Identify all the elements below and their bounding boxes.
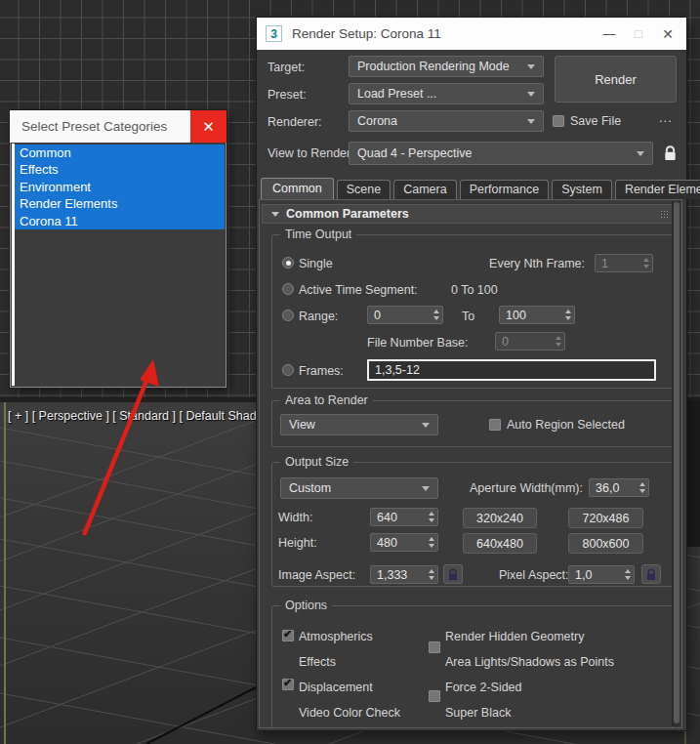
resolution-button-720x486[interactable]: 720x486 [568, 508, 643, 528]
view-to-render-dropdown[interactable]: Quad 4 - Perspective [349, 142, 653, 165]
target-dropdown[interactable]: Production Rendering Mode [349, 56, 544, 77]
every-nth-frame-spinner[interactable]: 1 [595, 254, 653, 272]
view-to-render-label: View to Render: [268, 146, 354, 160]
viewport-lock-button[interactable] [660, 142, 679, 165]
range-to-spinner[interactable]: 100 [499, 306, 575, 324]
pixel-aspect-lock-button[interactable] [641, 564, 661, 584]
output-size-preset-dropdown[interactable]: Custom [280, 477, 438, 499]
every-nth-frame-label: Every Nth Frame: [448, 257, 585, 270]
area-to-render-dropdown[interactable]: View [280, 414, 438, 435]
render-hidden-geometry-checkbox[interactable] [429, 641, 440, 653]
resolution-button-320x240[interactable]: 320x240 [463, 508, 537, 528]
scrollbar-thumb[interactable] [674, 202, 679, 723]
close-icon[interactable]: ✕ [190, 110, 226, 143]
minimize-icon[interactable]: — [595, 18, 624, 50]
image-aspect-lock-button[interactable] [443, 564, 463, 584]
spinner-arrows-icon[interactable] [640, 258, 652, 269]
single-radio[interactable] [282, 257, 294, 269]
spinner-arrows-icon[interactable] [637, 482, 648, 493]
save-file-checkbox[interactable] [553, 115, 564, 127]
tab-scene[interactable]: Scene [337, 180, 391, 199]
dialog-titlebar[interactable]: 3 Render Setup: Corona 11 — □ ✕ [257, 18, 686, 50]
output-size-preset-value: Custom [289, 481, 331, 495]
dialog-title: Render Setup: Corona 11 [292, 26, 595, 41]
atmospherics-label: Atmospherics [299, 630, 373, 643]
area-to-render-group: Area to Render View Auto Region Selected [271, 400, 673, 447]
auto-region-checkbox[interactable] [489, 419, 501, 431]
renderer-label: Renderer: [268, 115, 322, 129]
width-spinner[interactable]: 640 [370, 508, 438, 526]
displacement-checkbox[interactable] [282, 727, 294, 728]
drag-handle-icon[interactable] [661, 211, 662, 212]
resolution-button-640x480[interactable]: 640x480 [463, 533, 537, 554]
rollout-title: Common Parameters [286, 207, 409, 221]
popup-title: Select Preset Categories [10, 119, 190, 134]
range-from-spinner[interactable]: 0 [367, 306, 443, 324]
height-spinner[interactable]: 480 [370, 533, 438, 552]
frames-input[interactable]: 1,3,5-12 [367, 359, 656, 381]
preset-category-list[interactable]: Common Effects Environment Render Elemen… [10, 143, 226, 388]
spinner-arrows-icon[interactable] [553, 336, 564, 347]
bottom-right-viewport-sliver [686, 400, 700, 547]
active-time-segment-radio[interactable] [282, 283, 294, 295]
tab-common[interactable]: Common [261, 178, 334, 199]
spinner-arrows-icon[interactable] [622, 569, 634, 580]
tab-system[interactable]: System [552, 180, 612, 199]
active-time-segment-label: Active Time Segment: [299, 283, 418, 297]
chevron-down-icon [422, 423, 430, 428]
list-item[interactable]: Environment [15, 179, 225, 195]
tab-camera[interactable]: Camera [393, 180, 456, 199]
lock-icon [664, 145, 677, 161]
select-preset-categories-dialog: Select Preset Categories ✕ Common Effect… [10, 110, 226, 388]
effects-label: Effects [299, 655, 336, 669]
aperture-width-spinner[interactable]: 36,0 [589, 478, 649, 497]
tab-bar: Common Scene Camera Performance System R… [261, 179, 700, 199]
effects-checkbox[interactable] [282, 679, 294, 690]
panel-scrollbar[interactable] [672, 201, 680, 726]
auto-region-label: Auto Region Selected [507, 418, 625, 432]
displacement-label: Displacement [299, 681, 373, 694]
renderer-dropdown[interactable]: Corona [349, 110, 544, 132]
target-label: Target: [268, 61, 305, 74]
height-label: Height: [278, 536, 317, 550]
frames-label: Frames: [299, 364, 344, 378]
save-file-label: Save File [570, 114, 621, 128]
force-2-sided-label: Force 2-Sided [445, 681, 522, 694]
pixel-aspect-spinner[interactable]: 1,0 [568, 565, 635, 584]
preset-value: Load Preset ... [357, 87, 436, 101]
list-item[interactable]: Render Elements [15, 195, 225, 212]
frames-radio[interactable] [282, 364, 294, 376]
atmospherics-checkbox[interactable] [282, 630, 294, 641]
close-icon[interactable]: ✕ [653, 18, 682, 50]
tab-render-elements[interactable]: Render Elements [615, 180, 700, 199]
group-title: Area to Render [280, 393, 373, 407]
viewport-label[interactable]: [ + ] [ Perspective ] [ Standard ] [ Def… [8, 409, 279, 423]
list-item[interactable]: Common [15, 145, 225, 161]
files-button[interactable]: ... [659, 110, 673, 125]
active-segment-range: 0 To 100 [451, 283, 498, 297]
maximize-icon[interactable]: □ [624, 18, 653, 50]
file-number-base-spinner[interactable]: 0 [495, 332, 565, 351]
spinner-arrows-icon[interactable] [431, 310, 442, 320]
options-group: Options Atmospherics Render Hidden Geome… [271, 605, 673, 728]
area-lights-checkbox[interactable] [429, 690, 440, 702]
file-number-base-label: File Number Base: [367, 336, 469, 350]
list-item[interactable]: Effects [15, 161, 225, 178]
render-button[interactable]: Render [555, 56, 677, 103]
range-label: Range: [299, 310, 338, 323]
list-item[interactable]: Corona 11 [15, 213, 225, 229]
resolution-button-800x600[interactable]: 800x600 [568, 533, 643, 554]
group-title: Output Size [280, 455, 353, 469]
tab-performance[interactable]: Performance [460, 180, 550, 199]
range-radio[interactable] [282, 310, 294, 321]
image-aspect-spinner[interactable]: 1,333 [370, 565, 438, 584]
spinner-arrows-icon[interactable] [426, 569, 437, 580]
popup-titlebar[interactable]: Select Preset Categories ✕ [10, 110, 226, 143]
spinner-arrows-icon[interactable] [562, 310, 574, 320]
common-parameters-rollout[interactable]: Common Parameters [262, 204, 673, 224]
spinner-arrows-icon[interactable] [426, 537, 437, 548]
spinner-arrows-icon[interactable] [426, 512, 437, 522]
preset-dropdown[interactable]: Load Preset ... [349, 83, 544, 104]
common-tab-panel: Common Parameters Time Output Single Eve… [259, 199, 682, 728]
chevron-down-icon [527, 92, 535, 97]
